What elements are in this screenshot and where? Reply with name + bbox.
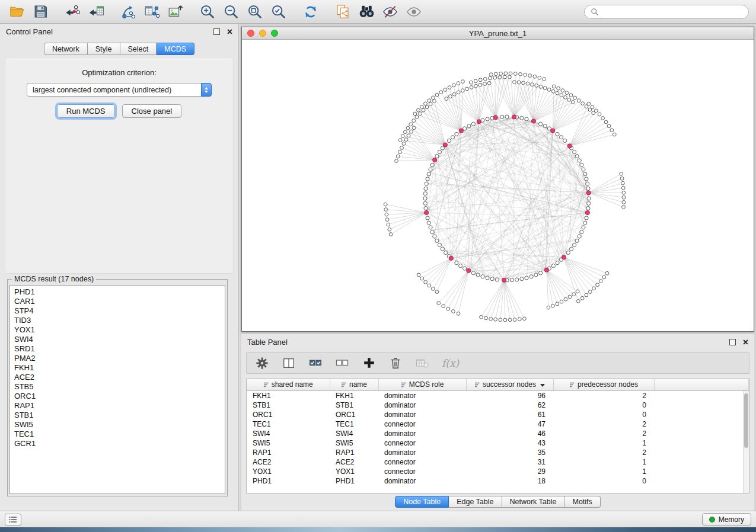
network-node[interactable] (494, 318, 497, 321)
network-node[interactable] (489, 317, 493, 321)
network-node[interactable] (592, 287, 596, 290)
network-node[interactable] (461, 80, 465, 84)
network-node[interactable] (622, 196, 626, 199)
network-node[interactable] (487, 81, 491, 85)
tab-mcds[interactable]: MCDS (157, 43, 194, 55)
table-cell[interactable]: 47 (466, 419, 553, 429)
network-node[interactable] (575, 239, 579, 242)
network-node[interactable] (481, 275, 484, 278)
select-all-columns-icon[interactable] (308, 356, 323, 370)
network-node[interactable] (483, 77, 487, 81)
network-node[interactable] (461, 89, 465, 92)
mcds-result-list[interactable]: PHD1CAR1STP4TID3YOX1SWI4SRD1PMA2FKH1ACE2… (9, 285, 225, 494)
column-header-successor-nodes[interactable]: successor nodes (466, 379, 553, 390)
mcds-result-item[interactable]: SWI4 (14, 335, 221, 344)
mcds-dominator-node[interactable] (512, 115, 516, 119)
network-node[interactable] (513, 81, 516, 84)
network-node[interactable] (489, 73, 493, 76)
network-node[interactable] (556, 132, 559, 136)
network-node[interactable] (529, 275, 533, 278)
table-cell[interactable]: connector (378, 438, 466, 448)
network-node[interactable] (621, 186, 625, 190)
network-node[interactable] (404, 138, 408, 142)
table-cell[interactable]: 0 (553, 410, 654, 419)
network-node[interactable] (551, 264, 555, 268)
network-node[interactable] (419, 112, 422, 116)
network-node[interactable] (572, 293, 576, 296)
network-node[interactable] (396, 155, 400, 158)
network-node[interactable] (435, 290, 439, 294)
network-node[interactable] (490, 277, 494, 281)
import-table-file-icon[interactable] (87, 3, 106, 21)
network-node[interactable] (407, 134, 410, 137)
network-node[interactable] (433, 100, 436, 103)
network-node[interactable] (591, 105, 594, 109)
network-node[interactable] (395, 159, 398, 163)
table-row[interactable]: RAP1RAP1dominator352 (247, 448, 749, 457)
mcds-dominator-node[interactable] (449, 256, 453, 260)
network-node[interactable] (435, 155, 439, 158)
network-node[interactable] (575, 155, 579, 158)
network-node[interactable] (389, 233, 393, 236)
network-node[interactable] (385, 218, 389, 222)
network-node[interactable] (442, 305, 445, 308)
network-node[interactable] (438, 150, 441, 154)
zoom-in-icon[interactable] (198, 3, 217, 21)
network-node[interactable] (581, 102, 585, 105)
network-node[interactable] (424, 280, 428, 284)
mcds-result-item[interactable]: SWI5 (14, 420, 221, 430)
network-node[interactable] (463, 267, 467, 270)
network-node[interactable] (573, 150, 576, 154)
network-node[interactable] (410, 130, 413, 133)
network-node[interactable] (469, 81, 473, 84)
network-node[interactable] (560, 94, 563, 97)
table-cell[interactable]: YOX1 (247, 467, 330, 476)
tab-style[interactable]: Style (88, 43, 120, 55)
network-node[interactable] (524, 73, 527, 76)
network-node[interactable] (455, 132, 458, 136)
table-cell[interactable]: PHD1 (330, 476, 378, 486)
optimization-criterion-select[interactable]: largest connected component (undirected) (27, 83, 212, 97)
network-node[interactable] (580, 230, 583, 234)
network-node[interactable] (445, 97, 448, 101)
run-mcds-button[interactable]: Run MCDS (57, 104, 115, 118)
mcds-dominator-node[interactable] (531, 119, 535, 123)
network-node[interactable] (567, 98, 571, 101)
table-row[interactable]: ORC1ORC1dominator610 (247, 410, 749, 419)
table-cell[interactable]: 35 (466, 448, 553, 457)
network-node[interactable] (430, 163, 434, 166)
table-cell[interactable]: STB1 (330, 400, 378, 410)
table-cell[interactable]: FKH1 (330, 390, 378, 400)
tab-node-table[interactable]: Node Table (395, 496, 449, 508)
table-cell[interactable]: dominator (378, 429, 466, 438)
network-node[interactable] (427, 172, 430, 176)
network-node[interactable] (556, 91, 559, 95)
network-node[interactable] (402, 142, 406, 146)
save-icon[interactable] (31, 3, 50, 21)
network-node[interactable] (610, 129, 614, 132)
table-cell[interactable]: SWI4 (330, 429, 378, 438)
table-row[interactable]: SWI5SWI5connector431 (247, 438, 749, 448)
column-browser-icon[interactable] (282, 356, 296, 370)
table-cell[interactable] (654, 467, 749, 476)
network-node[interactable] (621, 181, 624, 185)
table-cell[interactable]: dominator (378, 448, 466, 457)
network-node[interactable] (564, 297, 567, 301)
table-cell[interactable]: 46 (466, 429, 553, 438)
open-icon[interactable] (7, 3, 26, 21)
network-node[interactable] (573, 96, 577, 100)
network-node[interactable] (568, 295, 572, 299)
network-node[interactable] (519, 72, 522, 76)
network-node[interactable] (413, 112, 417, 116)
network-node[interactable] (412, 119, 416, 123)
network-node[interactable] (620, 172, 623, 176)
network-node[interactable] (398, 150, 401, 154)
network-node[interactable] (573, 243, 576, 246)
network-node[interactable] (428, 99, 431, 102)
network-node[interactable] (428, 284, 431, 287)
network-node[interactable] (398, 139, 402, 142)
network-node[interactable] (561, 89, 564, 92)
network-node[interactable] (493, 76, 497, 79)
network-node[interactable] (423, 201, 427, 205)
network-node[interactable] (622, 201, 626, 204)
